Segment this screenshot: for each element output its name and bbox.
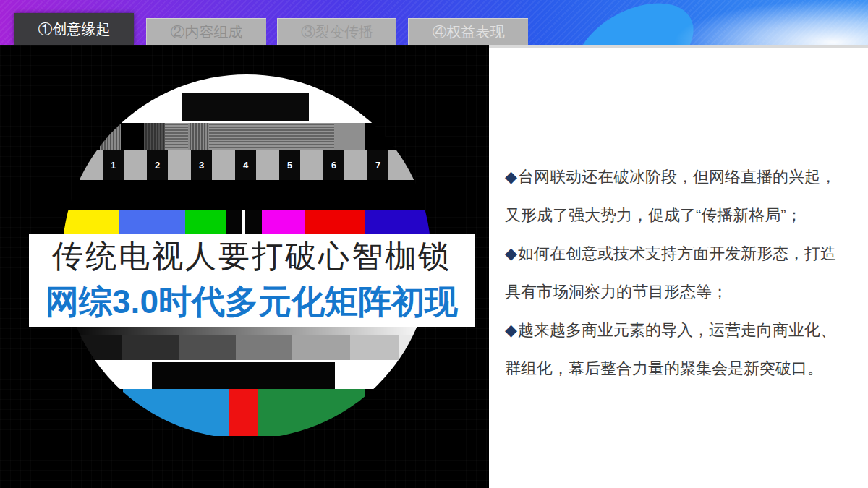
- bullet-item-line: 群组化，幕后整合力量的聚集会是新突破口。: [505, 349, 861, 388]
- bottom-green-block: [258, 389, 365, 436]
- testcard-gray-cell: [256, 150, 279, 180]
- testcard-number-cell: 1: [103, 150, 124, 180]
- testcard-gray-cell: [80, 150, 103, 180]
- gray-step: [179, 335, 236, 360]
- bullet-text: 具有市场洞察力的节目形态等；: [505, 283, 728, 301]
- testcard-gray-cell: [388, 150, 414, 180]
- tab-content-composition[interactable]: ②内容组成: [146, 18, 266, 45]
- bullet-list: ◆台网联动还在破冰阶段，但网络直播的兴起， 又形成了强大势力，促成了“传播新格局…: [505, 158, 861, 388]
- tab-fission-spread[interactable]: ③裂变传播: [277, 18, 396, 45]
- bullet-item-line: ◆台网联动还在破冰阶段，但网络直播的兴起，: [505, 158, 861, 196]
- testcard-gray-cell: [344, 150, 367, 180]
- headline-line2: 网综3.0时代多元化矩阵初现: [46, 280, 458, 325]
- tab-label: ①创意缘起: [38, 20, 111, 39]
- bullet-item-line: ◆越来越多商业元素的导入，运营走向商业化、: [505, 311, 861, 349]
- header-corner-glow-decoration: [673, 0, 868, 45]
- testcard-gray-gradient-strip: [62, 326, 431, 335]
- right-panel: ◆台网联动还在破冰阶段，但网络直播的兴起， 又形成了强大势力，促成了“传播新格局…: [489, 45, 868, 488]
- testcard-grating: [153, 123, 334, 150]
- tab-creative-origin[interactable]: ①创意缘起: [14, 13, 134, 45]
- testcard-number-cell: 6: [323, 150, 344, 180]
- tab-rights-performance[interactable]: ④权益表现: [408, 18, 528, 45]
- testcard-gray-cell: [124, 150, 147, 180]
- header-bar: ①创意缘起 ②内容组成 ③裂变传播 ④权益表现: [0, 0, 868, 45]
- gray-step: [292, 335, 350, 360]
- headline-line1: 传统电视人要打破心智枷锁: [52, 236, 451, 278]
- testcard-number-cell: 7: [367, 150, 388, 180]
- gray-step: [399, 335, 431, 360]
- testcard-top-black-rect: [182, 93, 309, 121]
- tab-label: ④权益表现: [433, 22, 505, 42]
- testcard-gray-cell: [300, 150, 323, 180]
- bullet-text: 台网联动还在破冰阶段，但网络直播的兴起，: [518, 168, 836, 186]
- testcard-gray-cell: [168, 150, 191, 180]
- testcard-bottom-color-band: [62, 389, 431, 436]
- testcard-white-cap: [62, 74, 431, 123]
- headline-box: 传统电视人要打破心智枷锁 网综3.0时代多元化矩阵初现: [29, 234, 475, 327]
- bullet-item-line: 又形成了强大势力，促成了“传播新格局”；: [505, 196, 861, 234]
- testcard-number-cell: 4: [235, 150, 256, 180]
- testcard-rainbow-band: [62, 180, 431, 210]
- diamond-bullet-icon: ◆: [505, 168, 517, 186]
- testcard-bottom-black-rect: [152, 362, 335, 389]
- testcard-gray-cell: [212, 150, 235, 180]
- bottom-red-block: [229, 389, 258, 436]
- bullet-item-line: 具有市场洞察力的节目形态等；: [505, 273, 861, 311]
- slide: ①创意缘起 ②内容组成 ③裂变传播 ④权益表现 1: [0, 0, 868, 488]
- left-panel: 1 2 3 4 5 6 7: [0, 45, 489, 488]
- tab-label: ②内容组成: [171, 22, 243, 42]
- tab-label: ③裂变传播: [301, 22, 373, 42]
- bullet-text: 如何在创意或技术支持方面开发新形态，打造: [518, 244, 836, 262]
- testcard-grating-vertical: [100, 123, 121, 150]
- testcard-grating-vertical: [188, 123, 209, 150]
- testcard-number-cell: 5: [279, 150, 300, 180]
- testcard-number-cell: 3: [191, 150, 212, 180]
- diamond-bullet-icon: ◆: [505, 321, 517, 339]
- bullet-text: 又形成了强大势力，促成了“传播新格局”；: [505, 206, 802, 224]
- testcard-grating-dark: [144, 123, 165, 150]
- gray-step: [122, 335, 179, 360]
- diamond-bullet-icon: ◆: [505, 244, 517, 262]
- gray-step: [62, 335, 122, 360]
- bullet-text: 群组化，幕后整合力量的聚集会是新突破口。: [505, 359, 823, 377]
- testcard-grating-grayblock: [334, 123, 365, 150]
- testcard-grating-band: [62, 123, 431, 150]
- bullet-item-line: ◆如何在创意或技术支持方面开发新形态，打造: [505, 234, 861, 273]
- gray-step: [350, 335, 399, 360]
- testcard-number-row: 1 2 3 4 5 6 7: [62, 150, 431, 180]
- bullet-text: 越来越多商业元素的导入，运营走向商业化、: [518, 321, 836, 339]
- testcard-number-cell: 2: [147, 150, 168, 180]
- bottom-blue-block: [123, 389, 229, 436]
- testcard-grayscale-steps: [62, 335, 431, 360]
- gray-step: [236, 335, 292, 360]
